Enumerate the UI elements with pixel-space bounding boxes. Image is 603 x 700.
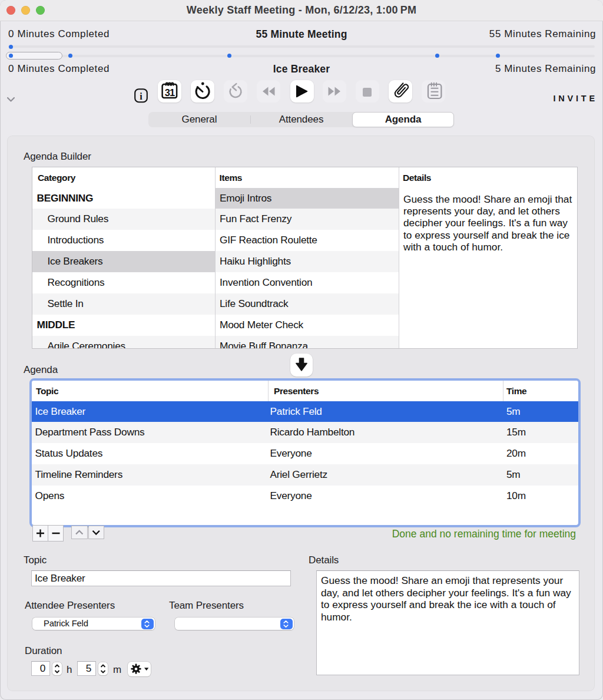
- svg-text:31: 31: [165, 87, 175, 98]
- svg-text:i: i: [140, 91, 143, 101]
